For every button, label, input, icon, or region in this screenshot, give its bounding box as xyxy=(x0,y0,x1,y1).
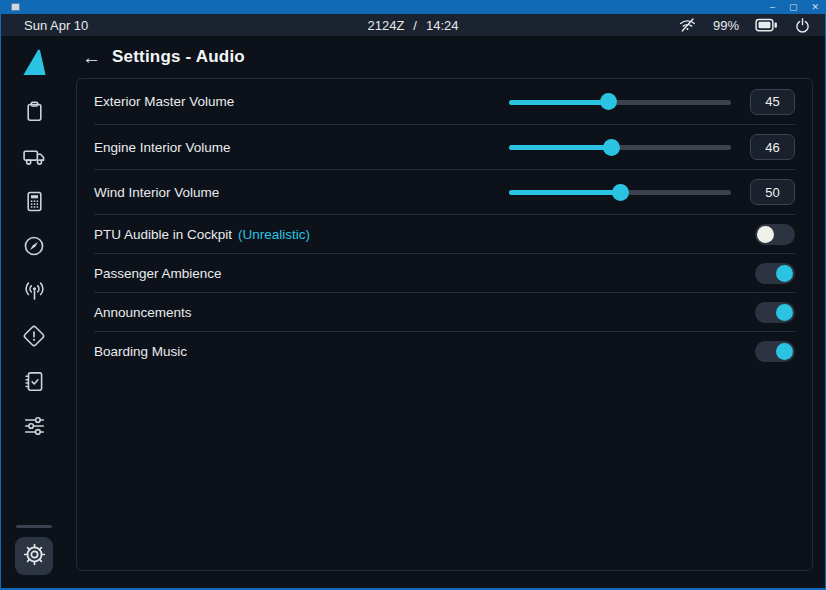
toggle-knob xyxy=(776,304,793,321)
slider-value-box: 45 xyxy=(750,89,795,115)
os-titlebar: – ▢ ✕ xyxy=(1,0,825,14)
window-maximize-button[interactable]: ▢ xyxy=(789,3,798,12)
page-header: ← Settings - Audio xyxy=(67,36,813,78)
setting-label: Announcements xyxy=(94,305,192,320)
setting-label: Wind Interior Volume xyxy=(94,185,219,200)
compass-icon xyxy=(23,235,45,257)
clipboard-icon xyxy=(24,101,45,122)
local-time: 14:24 xyxy=(426,18,459,33)
volume-slider[interactable] xyxy=(509,93,731,111)
utc-time: 2124Z xyxy=(367,18,404,33)
setting-row: Engine Interior Volume 46 xyxy=(94,124,795,169)
toggle-knob xyxy=(776,265,793,282)
sidebar-divider xyxy=(16,525,52,528)
setting-label: Exterior Master Volume xyxy=(94,94,234,109)
calculator-icon xyxy=(24,191,45,212)
slider-fill xyxy=(509,190,620,195)
volume-slider[interactable] xyxy=(509,138,731,156)
broadcast-icon xyxy=(23,280,46,302)
toggle-switch[interactable] xyxy=(755,302,795,323)
setting-label: Boarding Music xyxy=(94,344,187,359)
slider-value-box: 46 xyxy=(750,134,795,160)
truck-icon xyxy=(23,146,46,167)
window-close-button[interactable]: ✕ xyxy=(811,3,819,12)
status-clock[interactable]: 2124Z / 14:24 xyxy=(1,18,825,33)
sliders-icon xyxy=(23,415,46,437)
warning-diamond-icon xyxy=(23,325,45,347)
toggle-knob xyxy=(776,343,793,360)
setting-row: Wind Interior Volume 50 xyxy=(94,169,795,214)
sidebar-item-failures[interactable] xyxy=(22,324,46,348)
slider-value-box: 50 xyxy=(750,179,795,205)
tail-fin-logo xyxy=(21,46,48,77)
journal-check-icon xyxy=(24,371,45,392)
sidebar-item-checklists[interactable] xyxy=(22,369,46,393)
setting-row: Announcements xyxy=(94,292,795,331)
setting-row: Exterior Master Volume 45 xyxy=(94,79,795,124)
setting-label: Engine Interior Volume xyxy=(94,140,231,155)
sidebar-item-broadcast[interactable] xyxy=(22,279,46,303)
clock-separator: / xyxy=(413,18,417,33)
volume-slider[interactable] xyxy=(509,183,731,201)
toggle-switch[interactable] xyxy=(755,224,795,245)
page-title: Settings - Audio xyxy=(112,47,245,67)
gear-icon xyxy=(23,543,46,570)
status-bar: Sun Apr 10 2124Z / 14:24 99% xyxy=(1,14,825,36)
sidebar-item-truck[interactable] xyxy=(22,144,46,168)
setting-row: PTU Audible in Cockpit (Unrealistic) xyxy=(94,214,795,253)
toggle-switch[interactable] xyxy=(755,341,795,362)
window-minimize-button[interactable]: – xyxy=(770,3,775,12)
sidebar-item-compass[interactable] xyxy=(22,234,46,258)
sidebar-item-clipboard[interactable] xyxy=(22,99,46,123)
toggle-knob xyxy=(757,226,774,243)
sidebar-item-presets[interactable] xyxy=(22,414,46,438)
slider-thumb[interactable] xyxy=(600,93,617,110)
efb-window: – ▢ ✕ Sun Apr 10 2124Z / 14:24 99% xyxy=(0,0,826,590)
slider-thumb[interactable] xyxy=(603,139,620,156)
slider-fill xyxy=(509,145,611,150)
setting-row: Boarding Music xyxy=(94,331,795,370)
setting-label: Passenger Ambience xyxy=(94,266,222,281)
sidebar-item-calculator[interactable] xyxy=(22,189,46,213)
back-arrow-button[interactable]: ← xyxy=(82,48,101,67)
slider-fill xyxy=(509,100,609,105)
toggle-switch[interactable] xyxy=(755,263,795,284)
settings-card: Exterior Master Volume 45 Engine Interio… xyxy=(76,78,813,571)
sidebar-nav xyxy=(1,36,67,588)
setting-label: PTU Audible in Cockpit xyxy=(94,227,232,242)
app-icon xyxy=(11,3,20,11)
sidebar-item-settings[interactable] xyxy=(15,537,53,575)
setting-note: (Unrealistic) xyxy=(238,227,310,242)
slider-thumb[interactable] xyxy=(612,184,629,201)
setting-row: Passenger Ambience xyxy=(94,253,795,292)
